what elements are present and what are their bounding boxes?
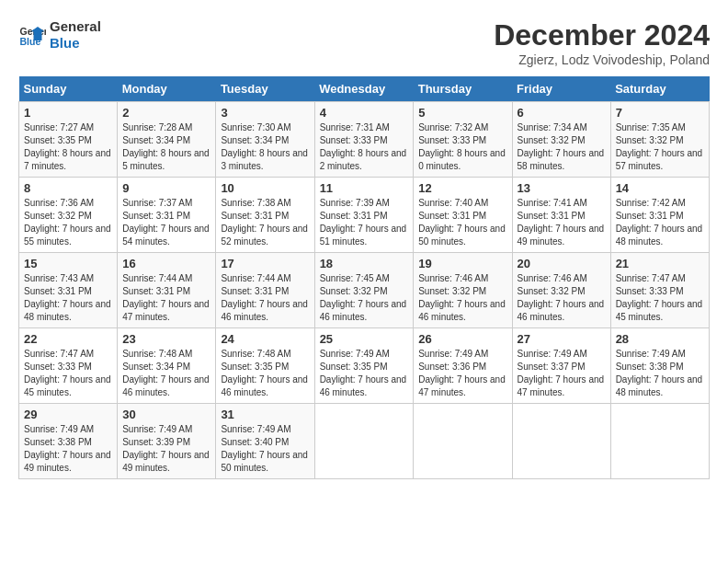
day-info: Sunrise: 7:34 AMSunset: 3:32 PMDaylight:…	[518, 121, 606, 173]
day-number: 27	[518, 332, 606, 346]
header-cell-sunday: Sunday	[19, 76, 118, 102]
day-number: 29	[24, 408, 112, 421]
header-cell-monday: Monday	[118, 76, 216, 102]
day-info: Sunrise: 7:38 AMSunset: 3:31 PMDaylight:…	[221, 197, 309, 248]
day-number: 23	[122, 332, 210, 346]
day-cell: 3Sunrise: 7:30 AMSunset: 3:34 PMDaylight…	[216, 102, 314, 178]
day-info: Sunrise: 7:49 AMSunset: 3:35 PMDaylight:…	[320, 348, 409, 399]
day-cell: 9Sunrise: 7:37 AMSunset: 3:31 PMDaylight…	[118, 178, 216, 253]
location-subtitle: Zgierz, Lodz Voivodeship, Poland	[494, 52, 710, 67]
day-number: 8	[24, 181, 112, 195]
calendar-header-row: SundayMondayTuesdayWednesdayThursdayFrid…	[19, 76, 710, 102]
day-number: 18	[320, 257, 409, 270]
day-number: 16	[122, 257, 210, 270]
day-info: Sunrise: 7:43 AMSunset: 3:31 PMDaylight:…	[24, 272, 112, 324]
day-info: Sunrise: 7:41 AMSunset: 3:31 PMDaylight:…	[518, 197, 606, 248]
day-number: 31	[221, 408, 309, 421]
day-cell	[314, 404, 414, 479]
day-number: 11	[320, 181, 409, 195]
day-number: 3	[221, 106, 309, 120]
day-info: Sunrise: 7:31 AMSunset: 3:33 PMDaylight:…	[320, 121, 409, 173]
day-number: 7	[616, 106, 704, 120]
week-row-4: 22Sunrise: 7:47 AMSunset: 3:33 PMDayligh…	[19, 328, 710, 404]
header: General Blue General Blue December 2024 …	[18, 18, 710, 67]
day-info: Sunrise: 7:47 AMSunset: 3:33 PMDaylight:…	[24, 348, 112, 399]
day-cell: 18Sunrise: 7:45 AMSunset: 3:32 PMDayligh…	[314, 253, 414, 328]
day-number: 19	[418, 257, 506, 270]
day-info: Sunrise: 7:49 AMSunset: 3:37 PMDaylight:…	[518, 348, 606, 399]
day-number: 10	[221, 181, 309, 195]
day-cell: 8Sunrise: 7:36 AMSunset: 3:32 PMDaylight…	[19, 178, 118, 253]
day-number: 14	[616, 181, 704, 195]
day-number: 4	[320, 106, 409, 120]
day-cell: 17Sunrise: 7:44 AMSunset: 3:31 PMDayligh…	[216, 253, 314, 328]
day-info: Sunrise: 7:39 AMSunset: 3:31 PMDaylight:…	[320, 197, 409, 248]
day-cell: 25Sunrise: 7:49 AMSunset: 3:35 PMDayligh…	[314, 328, 414, 404]
day-number: 6	[518, 106, 606, 120]
header-cell-saturday: Saturday	[610, 76, 709, 102]
day-cell: 23Sunrise: 7:48 AMSunset: 3:34 PMDayligh…	[118, 328, 216, 404]
day-number: 25	[320, 332, 409, 346]
day-cell: 1Sunrise: 7:27 AMSunset: 3:35 PMDaylight…	[19, 102, 118, 178]
day-number: 20	[518, 257, 606, 270]
logo-icon: General Blue	[18, 21, 46, 49]
day-info: Sunrise: 7:48 AMSunset: 3:35 PMDaylight:…	[221, 348, 309, 399]
day-number: 26	[418, 332, 506, 346]
day-info: Sunrise: 7:28 AMSunset: 3:34 PMDaylight:…	[122, 121, 210, 173]
header-cell-tuesday: Tuesday	[216, 76, 314, 102]
day-info: Sunrise: 7:48 AMSunset: 3:34 PMDaylight:…	[122, 348, 210, 399]
day-info: Sunrise: 7:35 AMSunset: 3:32 PMDaylight:…	[616, 121, 704, 173]
day-cell: 28Sunrise: 7:49 AMSunset: 3:38 PMDayligh…	[610, 328, 709, 404]
day-cell: 31Sunrise: 7:49 AMSunset: 3:40 PMDayligh…	[216, 404, 314, 479]
day-info: Sunrise: 7:47 AMSunset: 3:33 PMDaylight:…	[616, 272, 704, 324]
week-row-1: 1Sunrise: 7:27 AMSunset: 3:35 PMDaylight…	[19, 102, 710, 178]
day-number: 24	[221, 332, 309, 346]
day-number: 17	[221, 257, 309, 270]
day-cell: 13Sunrise: 7:41 AMSunset: 3:31 PMDayligh…	[512, 178, 610, 253]
day-number: 28	[616, 332, 704, 346]
day-info: Sunrise: 7:44 AMSunset: 3:31 PMDaylight:…	[122, 272, 210, 324]
calendar-body: 1Sunrise: 7:27 AMSunset: 3:35 PMDaylight…	[19, 102, 710, 479]
day-cell: 11Sunrise: 7:39 AMSunset: 3:31 PMDayligh…	[314, 178, 414, 253]
day-info: Sunrise: 7:46 AMSunset: 3:32 PMDaylight:…	[518, 272, 606, 324]
day-info: Sunrise: 7:32 AMSunset: 3:33 PMDaylight:…	[418, 121, 506, 173]
day-cell	[512, 404, 610, 479]
day-cell: 5Sunrise: 7:32 AMSunset: 3:33 PMDaylight…	[414, 102, 512, 178]
day-cell: 15Sunrise: 7:43 AMSunset: 3:31 PMDayligh…	[19, 253, 118, 328]
day-number: 1	[24, 106, 112, 120]
logo-line2: Blue	[50, 35, 101, 52]
day-info: Sunrise: 7:42 AMSunset: 3:31 PMDaylight:…	[616, 197, 704, 248]
day-number: 12	[418, 181, 506, 195]
title-area: December 2024 Zgierz, Lodz Voivodeship, …	[494, 18, 710, 67]
calendar-table: SundayMondayTuesdayWednesdayThursdayFrid…	[18, 76, 710, 479]
day-info: Sunrise: 7:45 AMSunset: 3:32 PMDaylight:…	[320, 272, 409, 324]
header-cell-friday: Friday	[512, 76, 610, 102]
day-cell: 26Sunrise: 7:49 AMSunset: 3:36 PMDayligh…	[414, 328, 512, 404]
day-info: Sunrise: 7:30 AMSunset: 3:34 PMDaylight:…	[221, 121, 309, 173]
week-row-2: 8Sunrise: 7:36 AMSunset: 3:32 PMDaylight…	[19, 178, 710, 253]
day-number: 13	[518, 181, 606, 195]
logo-line1: General	[50, 18, 101, 35]
day-info: Sunrise: 7:37 AMSunset: 3:31 PMDaylight:…	[122, 197, 210, 248]
month-title: December 2024	[494, 18, 710, 52]
day-number: 30	[122, 408, 210, 421]
day-cell: 29Sunrise: 7:49 AMSunset: 3:38 PMDayligh…	[19, 404, 118, 479]
day-cell: 21Sunrise: 7:47 AMSunset: 3:33 PMDayligh…	[610, 253, 709, 328]
day-info: Sunrise: 7:49 AMSunset: 3:39 PMDaylight:…	[122, 423, 210, 475]
header-cell-thursday: Thursday	[414, 76, 512, 102]
day-cell: 19Sunrise: 7:46 AMSunset: 3:32 PMDayligh…	[414, 253, 512, 328]
day-cell: 10Sunrise: 7:38 AMSunset: 3:31 PMDayligh…	[216, 178, 314, 253]
day-number: 21	[616, 257, 704, 270]
day-cell: 30Sunrise: 7:49 AMSunset: 3:39 PMDayligh…	[118, 404, 216, 479]
day-cell: 6Sunrise: 7:34 AMSunset: 3:32 PMDaylight…	[512, 102, 610, 178]
day-info: Sunrise: 7:36 AMSunset: 3:32 PMDaylight:…	[24, 197, 112, 248]
day-cell: 4Sunrise: 7:31 AMSunset: 3:33 PMDaylight…	[314, 102, 414, 178]
day-cell: 12Sunrise: 7:40 AMSunset: 3:31 PMDayligh…	[414, 178, 512, 253]
logo: General Blue General Blue	[18, 18, 101, 52]
day-cell: 24Sunrise: 7:48 AMSunset: 3:35 PMDayligh…	[216, 328, 314, 404]
header-cell-wednesday: Wednesday	[314, 76, 414, 102]
day-cell: 14Sunrise: 7:42 AMSunset: 3:31 PMDayligh…	[610, 178, 709, 253]
day-number: 2	[122, 106, 210, 120]
week-row-3: 15Sunrise: 7:43 AMSunset: 3:31 PMDayligh…	[19, 253, 710, 328]
day-cell: 20Sunrise: 7:46 AMSunset: 3:32 PMDayligh…	[512, 253, 610, 328]
